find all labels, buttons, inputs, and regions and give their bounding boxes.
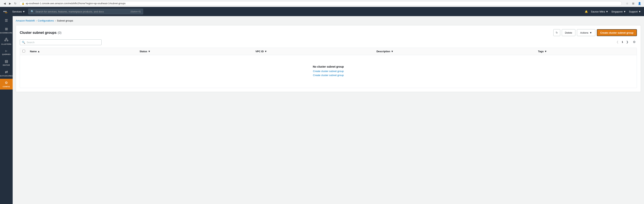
top-nav: aws Services ▼ 🔍 [Option+S] 🔔 Saurav Mit… xyxy=(0,7,644,16)
forward-button[interactable]: ▶ xyxy=(8,1,12,6)
datashares-icon: ⇄ xyxy=(5,70,8,74)
url-bar[interactable]: 🔒 ap-southeast-1.console.aws.amazon.com/… xyxy=(19,1,622,6)
lock-icon: 🔒 xyxy=(22,2,24,5)
breadcrumb-link-redshift[interactable]: Amazon Redshift xyxy=(16,19,35,22)
pagination-bar: ❮ 1 ❯ ⚙ xyxy=(615,39,637,45)
table-body: No cluster subnet group Create cluster s… xyxy=(20,55,637,88)
queries-icon: ▷ xyxy=(5,49,7,53)
th-description-label: Description xyxy=(376,50,390,53)
search-shortcut: [Option+S] xyxy=(130,10,140,13)
search-input[interactable] xyxy=(27,41,100,44)
next-page-button[interactable]: ❯ xyxy=(625,39,630,45)
search-container: 🔍 xyxy=(20,39,102,45)
search-icon: 🔍 xyxy=(22,41,25,44)
th-name: Name ▲ xyxy=(28,48,137,55)
select-all-checkbox[interactable] xyxy=(22,50,25,52)
sidebar: ☰ ⊞ DASHBOARD CLUSTERS ▷ QUERIES ▤ E xyxy=(0,14,13,204)
sidebar-item-editor[interactable]: ▤ EDITOR xyxy=(0,57,13,68)
refresh-button[interactable]: ↻ xyxy=(553,29,560,36)
svg-line-5 xyxy=(6,39,8,40)
header-actions: ↻ Delete Actions ▼ Create cluster subnet… xyxy=(553,29,637,36)
sidebar-item-label: DATASHARES xyxy=(0,75,13,77)
actions-label: Actions xyxy=(580,31,588,34)
star-icon[interactable]: ☆ xyxy=(625,1,630,6)
refresh-button[interactable]: ↻ xyxy=(13,1,18,6)
empty-create-link-1[interactable]: Create cluster subnet group xyxy=(26,70,630,73)
svg-point-3 xyxy=(7,40,8,41)
empty-state-title: No cluster subnet group xyxy=(26,65,630,68)
record-count: (0) xyxy=(58,31,62,35)
clusters-icon xyxy=(4,38,8,42)
table-settings-button[interactable]: ⚙ xyxy=(632,39,637,45)
empty-state: No cluster subnet group Create cluster s… xyxy=(22,57,634,85)
support-menu[interactable]: Support ▼ xyxy=(629,10,641,13)
services-label: Services xyxy=(12,10,22,13)
aws-logo: aws xyxy=(3,10,9,14)
refresh-icon: ↻ xyxy=(556,31,558,34)
filter-description-icon: ▼ xyxy=(391,50,394,53)
user-label: Saurav Mitra xyxy=(591,10,605,13)
editor-icon: ▤ xyxy=(5,59,8,63)
sidebar-item-config[interactable]: ⚙ CONFIG xyxy=(0,79,13,89)
prev-page-button[interactable]: ❮ xyxy=(615,39,620,45)
page-number: 1 xyxy=(622,41,623,43)
empty-state-cell: No cluster subnet group Create cluster s… xyxy=(20,55,637,88)
th-status: Status ▼ xyxy=(137,48,253,55)
config-icon: ⚙ xyxy=(5,81,8,85)
back-button[interactable]: ◀ xyxy=(2,1,7,6)
sidebar-hamburger[interactable]: ☰ xyxy=(2,16,10,25)
sort-tags[interactable]: Tags ▼ xyxy=(538,50,634,53)
sidebar-item-queries[interactable]: ▷ QUERIES xyxy=(0,47,13,57)
sidebar-item-datashares[interactable]: ⇄ DATASHARES xyxy=(0,68,13,79)
delete-button[interactable]: Delete xyxy=(562,29,576,36)
svg-text:aws: aws xyxy=(3,10,7,12)
sort-description[interactable]: Description ▼ xyxy=(376,50,534,53)
region-label: Singapore xyxy=(611,10,622,13)
empty-state-row: No cluster subnet group Create cluster s… xyxy=(20,55,637,88)
th-vpc-label: VPC ID xyxy=(256,50,264,53)
sidebar-item-label: QUERIES xyxy=(2,53,10,55)
breadcrumb-separator: › xyxy=(36,19,36,22)
breadcrumb-current: Subnet groups xyxy=(57,19,73,22)
breadcrumb-link-configurations[interactable]: Configurations xyxy=(38,19,54,22)
svg-point-2 xyxy=(4,40,6,41)
actions-button[interactable]: Actions ▼ xyxy=(577,29,595,36)
actions-chevron-icon: ▼ xyxy=(590,31,592,34)
sidebar-item-label: DASHBOARD xyxy=(0,32,12,34)
filter-tags-icon: ▼ xyxy=(544,50,547,53)
services-chevron: ▼ xyxy=(22,10,25,13)
breadcrumb-separator-2: › xyxy=(55,19,56,22)
extensions-icon[interactable]: ⊞ xyxy=(631,1,636,6)
sidebar-item-clusters[interactable]: CLUSTERS xyxy=(0,36,13,47)
profile-icon[interactable]: 👤 xyxy=(637,1,642,6)
page-title: Cluster subnet groups (0) xyxy=(20,31,62,35)
empty-create-link-2[interactable]: Create cluster subnet group xyxy=(26,74,630,77)
th-name-label: Name xyxy=(30,50,36,53)
dashboard-icon: ⊞ xyxy=(5,27,8,31)
region-menu[interactable]: Singapore ▼ xyxy=(611,10,626,13)
browser-right-icons: ☆ ⊞ 👤 xyxy=(625,1,642,6)
sidebar-item-dashboard[interactable]: ⊞ DASHBOARD xyxy=(0,25,13,36)
filter-vpc-icon: ▼ xyxy=(264,50,267,53)
global-search[interactable]: 🔍 [Option+S] xyxy=(28,9,143,14)
sort-status[interactable]: Status ▼ xyxy=(140,50,251,53)
sort-vpc-id[interactable]: VPC ID ▼ xyxy=(256,50,372,53)
create-subnet-group-button[interactable]: Create cluster subnet group xyxy=(597,29,637,36)
global-search-input[interactable] xyxy=(36,10,129,13)
services-menu[interactable]: Services ▼ xyxy=(12,10,25,13)
th-status-label: Status xyxy=(140,50,147,53)
user-menu[interactable]: Saurav Mitra ▼ xyxy=(591,10,608,13)
table-header-row: Name ▲ Status ▼ xyxy=(20,48,637,55)
support-label: Support xyxy=(629,10,638,13)
th-vpc-id: VPC ID ▼ xyxy=(253,48,374,55)
nav-right: 🔔 Saurav Mitra ▼ Singapore ▼ Support ▼ xyxy=(585,10,641,13)
th-tags-label: Tags xyxy=(538,50,544,53)
search-icon: 🔍 xyxy=(31,10,34,13)
svg-point-1 xyxy=(6,38,7,39)
notification-bell[interactable]: 🔔 xyxy=(585,10,588,13)
breadcrumb: Amazon Redshift › Configurations › Subne… xyxy=(16,19,641,22)
aws-logo-svg: aws xyxy=(3,10,9,14)
sort-name[interactable]: Name ▲ xyxy=(30,50,135,53)
card-header: Cluster subnet groups (0) ↻ Delete Actio… xyxy=(20,29,637,36)
main-content: Amazon Redshift › Configurations › Subne… xyxy=(13,16,644,204)
